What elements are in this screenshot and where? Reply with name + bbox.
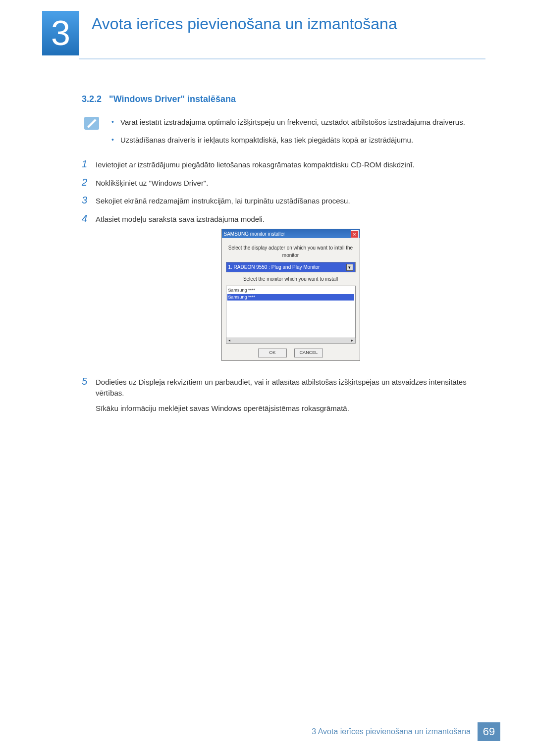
cancel-button[interactable]: CANCEL [294,349,323,357]
step-text: Ievietojiet ar izstrādājumu piegādāto li… [96,158,485,171]
step-number: 2 [82,177,96,189]
section-title: "Windows Driver" instalēšana [109,94,236,104]
step-text: Atlasiet modeļu sarakstā sava izstrādāju… [96,214,485,225]
step: 4 Atlasiet modeļu sarakstā sava izstrādā… [82,213,485,370]
step: 1 Ievietojiet ar izstrādājumu piegādāto … [82,158,485,171]
step-number: 4 [82,213,96,370]
step: 5 Dodieties uz Displeja rekvizītiem un p… [82,376,485,414]
note-list: • Varat iestatīt izstrādājuma optimālo i… [111,117,485,152]
note-text: Varat iestatīt izstrādājuma optimālo izš… [120,117,485,128]
page-number: 69 [478,722,500,741]
step-text: Noklikšķiniet uz "Windows Driver". [96,177,485,189]
bullet-dot-icon: • [111,135,120,146]
section-number: 3.2.2 [82,94,102,104]
section-heading: 3.2.2 "Windows Driver" instalēšana [82,94,236,104]
scroll-left-icon[interactable]: ◂ [226,338,232,343]
note-icon [84,117,99,130]
scroll-right-icon[interactable]: ▸ [349,338,355,343]
horizontal-scrollbar[interactable]: ◂ ▸ [226,338,356,344]
list-item-selected[interactable]: Samsung **** [227,294,354,301]
step: 3 Sekojiet ekrānā redzamajām instrukcijā… [82,195,485,207]
steps-list: 1 Ievietojiet ar izstrādājumu piegādāto … [82,158,485,420]
dialog-title: SAMSUNG monitor installer [224,230,285,238]
chapter-title: Avota ierīces pievienošana un izmantošan… [92,15,397,33]
step-number: 5 [82,376,96,414]
note-bullet: • Varat iestatīt izstrādājuma optimālo i… [111,117,485,128]
list-item[interactable]: Samsung **** [227,287,354,294]
step: 2 Noklikšķiniet uz "Windows Driver". [82,177,485,189]
footer-chapter-text: 3 Avota ierīces pievienošana un izmantoš… [312,727,471,736]
dialog-label: Select the monitor which you want to ins… [226,275,356,283]
note-text: Uzstādīšanas draiveris ir iekļauts kompa… [120,135,485,146]
page-footer: 3 Avota ierīces pievienošana un izmantoš… [0,722,535,741]
monitor-list[interactable]: Samsung **** Samsung **** [226,286,356,338]
note-bullet: • Uzstādīšanas draiveris ir iekļauts kom… [111,135,485,146]
dialog-titlebar: SAMSUNG monitor installer × [222,229,360,238]
chapter-number: 3 [42,11,79,55]
chapter-rule [79,58,485,59]
dialog-label: Select the display adapter on which you … [226,244,356,259]
step-number: 1 [82,158,96,171]
close-icon[interactable]: × [351,230,359,238]
bullet-dot-icon: • [111,117,120,128]
step-text: Sekojiet ekrānā redzamajām instrukcijām,… [96,195,485,207]
step-text: Dodieties uz Displeja rekvizītiem un pār… [96,377,485,399]
adapter-select-value: 1. RADEON 9550 : Plug and Play Monitor [228,263,320,271]
installer-dialog-screenshot: SAMSUNG monitor installer × Select the d… [221,229,360,361]
chevron-down-icon[interactable]: ▾ [346,264,353,271]
step-number: 3 [82,195,96,207]
step-text: Sīkāku informāciju meklējiet savas Windo… [96,403,485,414]
adapter-select[interactable]: 1. RADEON 9550 : Plug and Play Monitor ▾ [226,262,356,272]
ok-button[interactable]: OK [258,349,287,357]
chapter-number-badge: 3 [42,11,79,55]
